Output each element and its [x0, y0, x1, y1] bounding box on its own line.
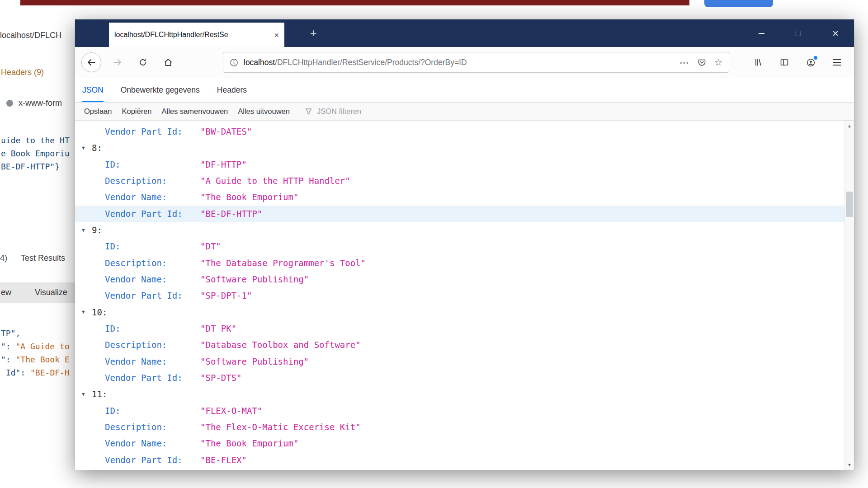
twisty-icon[interactable]: ▼	[82, 145, 88, 150]
json-value: "FLEX-O-MAT"	[200, 406, 262, 416]
sidebar-button[interactable]	[774, 52, 795, 72]
json-key: Vendor_Part_Id:	[105, 291, 200, 300]
sidebar-icon	[780, 58, 789, 67]
bg-code-string-fragment: "A Guide to	[16, 342, 70, 351]
body-type-label: x-www-form	[19, 99, 62, 108]
bg-code-line: uide to the HT	[1, 134, 70, 147]
json-key: Vendor_Part_Id:	[105, 373, 200, 383]
json-index-label: 11:	[92, 389, 107, 399]
back-button[interactable]	[81, 52, 101, 72]
json-value: "BW-DATES"	[200, 127, 252, 136]
json-value: "BE-FLEX"	[200, 455, 247, 465]
json-value: "The Database Programmer's Tool"	[200, 258, 366, 268]
json-value: "The Book Emporium"	[200, 438, 298, 448]
bg-code-line: TP",	[1, 327, 70, 340]
titlebar[interactable]: localhost/DFLCHttpHandler/RestSe × + ×	[75, 19, 854, 47]
json-row: Description:"A Guide to the HTTP Handler…	[75, 173, 844, 189]
url-path: /DFLCHttpHandler/RestService/Products/?O…	[275, 58, 467, 67]
json-index-row: ▼8:	[75, 140, 844, 156]
maximize-icon	[796, 31, 801, 36]
notification-dot	[813, 56, 818, 60]
tab-headers[interactable]: Headers	[217, 78, 247, 102]
twisty-icon[interactable]: ▼	[82, 392, 88, 397]
background-send-button-fragment[interactable]	[704, 0, 773, 7]
radio-icon	[6, 100, 13, 107]
json-index-label: 9:	[92, 225, 102, 235]
json-filter-input[interactable]	[316, 107, 453, 116]
scroll-up-icon[interactable]: ▲	[845, 121, 854, 131]
bg-code-line: ": "The Book E	[1, 353, 70, 366]
json-value: "The Flex-O-Matic Excerise Kit"	[200, 422, 361, 432]
scrollbar-thumb[interactable]	[846, 192, 853, 217]
headers-count-fragment: 4)	[0, 253, 7, 263]
reload-button[interactable]	[133, 52, 153, 72]
scroll-down-icon[interactable]: ▼	[845, 460, 854, 470]
json-key: Description:	[105, 258, 200, 268]
json-index-label: 8:	[92, 143, 102, 153]
tab-json[interactable]: JSON	[82, 78, 104, 102]
save-button[interactable]: Opslaan	[84, 107, 112, 116]
json-index-row: ▼10:	[75, 304, 844, 320]
bg-code-line: _Id": "BE-DF-H	[1, 366, 70, 379]
library-button[interactable]	[747, 52, 769, 72]
json-index-row: ▼11:	[75, 386, 844, 402]
preview-tab-fragment[interactable]: ew	[1, 288, 11, 297]
screen: localhost/DFLCH Headers (9) x-www-form u…	[0, 0, 868, 488]
page-actions-icon[interactable]: ⋯	[679, 58, 689, 67]
json-row: Description:"The Flex-O-Matic Excerise K…	[75, 419, 844, 435]
copy-button[interactable]: Kopiëren	[122, 107, 151, 116]
background-headers-tab[interactable]: Headers (9)	[1, 68, 44, 77]
json-row: Vendor_Part_Id:"SP-DTS"	[75, 370, 844, 386]
account-button[interactable]	[800, 52, 821, 72]
minimize-button[interactable]	[743, 19, 780, 47]
json-value: "A Guide to the HTTP Handler"	[200, 176, 350, 186]
json-key: Vendor_Part_Id:	[105, 455, 200, 465]
new-tab-button[interactable]: +	[303, 19, 323, 47]
minimize-icon	[759, 33, 764, 34]
json-key: ID:	[105, 241, 200, 251]
background-request-code: uide to the HTe Book EmporiuBE-DF-HTTP"}	[1, 134, 70, 173]
json-viewer-tabs: JSON Onbewerkte gegevens Headers	[75, 78, 854, 103]
json-tree: Vendor_Part_Id:"BW-DATES"▼8:ID:"DF-HTTP"…	[75, 121, 844, 468]
json-index-row: ▼9:	[75, 222, 844, 238]
json-value: "DT"	[200, 241, 221, 251]
json-row: ID:"DF-HTTP"	[75, 156, 844, 173]
close-button[interactable]: ×	[817, 19, 854, 47]
site-info-icon[interactable]	[230, 58, 238, 67]
json-row: Vendor_Part_Id:"BW-DATES"	[75, 123, 844, 140]
background-response-tabs[interactable]: 4)Test Results	[0, 253, 65, 263]
json-value: "SP-DTS"	[200, 373, 242, 383]
pocket-icon[interactable]	[698, 58, 706, 67]
hamburger-menu-icon	[833, 59, 841, 66]
menu-button[interactable]	[826, 52, 848, 72]
firefox-window: localhost/DFLCHttpHandler/RestSe × + ×	[75, 19, 854, 470]
forward-icon	[113, 57, 123, 67]
bg-code-key-fragment: ":	[1, 355, 16, 364]
home-button[interactable]	[158, 52, 178, 72]
browser-tab[interactable]: localhost/DFLCHttpHandler/RestSe ×	[109, 23, 284, 47]
json-key: Description:	[105, 340, 200, 350]
scrollbar[interactable]: ▲ ▼	[844, 121, 854, 470]
bg-code-line: ": "A Guide to	[1, 340, 70, 353]
visualize-tab[interactable]: Visualize	[35, 288, 67, 297]
expand-all-button[interactable]: Alles uitvouwen	[238, 107, 290, 116]
tab-close-icon[interactable]: ×	[274, 31, 279, 39]
forward-button[interactable]	[108, 52, 127, 72]
maximize-button[interactable]	[780, 19, 817, 47]
test-results-tab[interactable]: Test Results	[21, 253, 65, 263]
background-body-type-option[interactable]: x-www-form	[6, 99, 62, 108]
json-value: "BE-DF-HTTP"	[200, 209, 262, 219]
twisty-icon[interactable]: ▼	[82, 310, 88, 314]
back-icon	[86, 57, 96, 67]
url-bar[interactable]: localhost/DFLCHttpHandler/RestService/Pr…	[223, 52, 729, 73]
collapse-all-button[interactable]: Alles samenvouwen	[162, 107, 228, 116]
json-row: Vendor_Name:"The Book Emporium"	[75, 435, 844, 451]
bg-code-line: BE-DF-HTTP"}	[1, 160, 70, 173]
json-row: ID:"FLEX-O-MAT"	[75, 403, 844, 419]
bg-code-key-fragment: TP",	[1, 328, 20, 338]
bookmark-star-icon[interactable]: ☆	[714, 58, 722, 67]
twisty-icon[interactable]: ▼	[82, 228, 88, 233]
tab-raw-data[interactable]: Onbewerkte gegevens	[121, 78, 200, 102]
background-tab-title[interactable]: localhost/DFLCH	[0, 31, 79, 40]
library-icon	[754, 58, 763, 67]
